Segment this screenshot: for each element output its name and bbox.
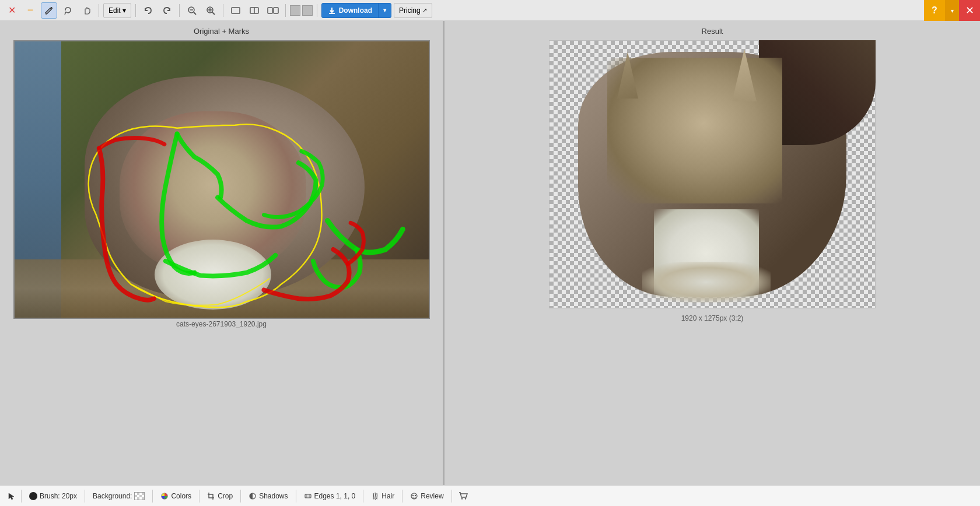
bottom-sep-2: [85, 490, 85, 503]
svg-line-1: [65, 12, 66, 15]
bottom-sep-3: [152, 490, 153, 503]
left-panel: Original + Marks: [0, 21, 443, 485]
colors-label: Colors: [171, 492, 191, 500]
edges-btn[interactable]: Edges 1, 1, 0: [299, 489, 361, 504]
review-btn[interactable]: Review: [405, 489, 449, 504]
shadows-btn[interactable]: Shadows: [243, 489, 293, 504]
pen-icon: [44, 6, 54, 15]
download-button[interactable]: Download ▾: [321, 3, 391, 18]
bottom-sep-7: [363, 490, 363, 503]
fit-screen-icon: [231, 6, 240, 15]
view-icon-1: [290, 5, 300, 16]
bottom-bar: Brush: 20px Background: Colors Crop: [0, 485, 980, 506]
bottom-sep-5: [240, 490, 241, 503]
cart-btn[interactable]: [454, 489, 472, 504]
svg-rect-13: [274, 8, 278, 13]
edit-arrow-icon: ▾: [123, 6, 126, 15]
left-image-filename: cats-eyes-2671903_1920.jpg: [176, 320, 267, 328]
edit-label: Edit: [108, 6, 121, 15]
lasso-tool-btn[interactable]: [60, 2, 76, 19]
cursor-tool-btn[interactable]: [5, 489, 19, 504]
brush-label: Brush: 20px: [40, 492, 77, 500]
edges-icon: [304, 492, 312, 500]
bottom-sep-9: [452, 490, 452, 503]
zoom-reset-icon: [187, 6, 197, 15]
main-content: Original + Marks: [0, 21, 980, 485]
svg-rect-17: [305, 494, 311, 498]
split-view-icon: [250, 6, 259, 15]
minus-circle-btn[interactable]: −: [22, 2, 38, 19]
close-circle-btn[interactable]: ✕: [4, 2, 20, 19]
svg-point-22: [415, 494, 416, 496]
help-arrow-btn[interactable]: ▾: [945, 0, 959, 21]
download-arrow-btn[interactable]: ▾: [378, 3, 391, 17]
separator-5: [285, 4, 286, 17]
right-panel-title: Result: [702, 27, 723, 36]
download-icon: [328, 6, 336, 15]
right-panel: Result: [444, 21, 980, 485]
svg-line-3: [194, 12, 196, 15]
zoom-reset-btn[interactable]: [184, 2, 200, 19]
hair-btn[interactable]: Hair: [366, 489, 400, 504]
cursor-icon: [8, 492, 16, 500]
fit-screen-btn[interactable]: [228, 2, 244, 19]
pen-tool-btn[interactable]: [41, 2, 57, 19]
crop-btn[interactable]: Crop: [202, 489, 238, 504]
zoom-in-btn[interactable]: [202, 2, 219, 19]
bottom-sep-6: [296, 490, 296, 503]
svg-line-6: [212, 12, 215, 15]
bottom-sep-8: [402, 490, 402, 503]
bottom-sep-1: [21, 490, 22, 503]
top-toolbar: ✕ − Edit ▾: [0, 0, 980, 21]
svg-rect-12: [268, 8, 272, 13]
view-toggle-group: [290, 5, 313, 16]
separator-1: [99, 4, 99, 17]
svg-rect-9: [232, 8, 240, 13]
undo-btn[interactable]: [140, 2, 156, 19]
zoom-in-icon: [206, 6, 215, 15]
separator-6: [317, 4, 317, 17]
help-btn[interactable]: ?: [924, 0, 945, 21]
transparent-bottom-right: [788, 238, 876, 308]
download-main[interactable]: Download: [322, 6, 378, 15]
pan-tool-btn[interactable]: [78, 2, 94, 19]
redo-btn[interactable]: [159, 2, 175, 19]
colors-icon: [160, 492, 169, 500]
pricing-btn[interactable]: Pricing ↗: [394, 3, 432, 18]
shadows-icon: [249, 492, 257, 500]
edit-dropdown-btn[interactable]: Edit ▾: [103, 3, 131, 18]
hand-icon: [82, 6, 91, 15]
split-view-btn[interactable]: [246, 2, 262, 19]
colors-btn[interactable]: Colors: [155, 489, 197, 504]
right-image: [549, 40, 876, 308]
left-panel-title: Original + Marks: [194, 27, 249, 36]
crop-icon: [207, 492, 215, 500]
left-image: [13, 40, 430, 319]
side-by-side-btn[interactable]: [265, 2, 281, 19]
bg-swatch: [134, 492, 145, 500]
review-label: Review: [421, 492, 443, 500]
side-by-side-icon: [267, 6, 279, 15]
result-cat: [549, 40, 876, 308]
brush-indicator: [29, 492, 37, 500]
pricing-external-icon: ↗: [422, 7, 427, 13]
app-close-btn[interactable]: ✕: [959, 0, 980, 21]
bottom-sep-4: [199, 490, 200, 503]
lasso-icon: [63, 6, 72, 15]
brush-size-btn[interactable]: Brush: 20px: [24, 489, 82, 504]
review-icon: [410, 492, 418, 500]
right-image-dimensions: 1920 x 1275px (3:2): [681, 314, 744, 322]
svg-point-23: [461, 498, 462, 499]
shadows-label: Shadows: [259, 492, 288, 500]
background-label: Background:: [93, 492, 132, 500]
redo-icon: [162, 6, 172, 15]
background-btn[interactable]: Background:: [88, 489, 150, 504]
svg-point-24: [464, 498, 466, 499]
hair-label: Hair: [382, 492, 394, 500]
top-right-controls: ? ▾ ✕: [924, 0, 980, 21]
edges-label: Edges 1, 1, 0: [314, 492, 356, 500]
download-label: Download: [339, 6, 372, 15]
separator-4: [223, 4, 223, 17]
pricing-label: Pricing: [399, 6, 421, 15]
separator-2: [135, 4, 136, 17]
